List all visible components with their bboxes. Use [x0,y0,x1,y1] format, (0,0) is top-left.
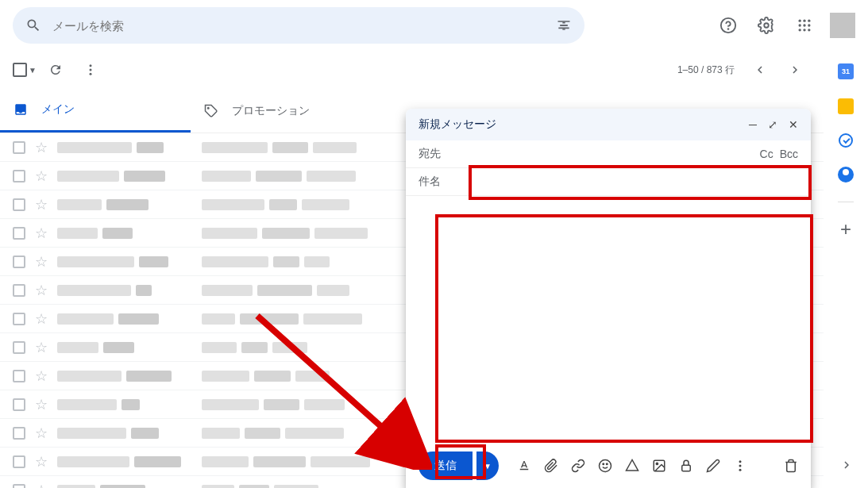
compose-subject-field[interactable]: 件名 [406,168,811,196]
svg-point-6 [799,24,801,26]
link-icon[interactable] [570,458,586,474]
bcc-button[interactable]: Bcc [780,148,798,160]
svg-point-20 [656,463,658,464]
row-checkbox[interactable] [13,370,25,382]
tab-main[interactable]: メイン [0,89,191,133]
send-options-icon[interactable]: ▼ [476,451,499,480]
compose-to-field[interactable]: 宛先 Cc Bcc [406,140,811,168]
pagination-text: 1–50 / 873 行 [677,63,735,77]
header-right [712,10,855,41]
next-page-icon[interactable] [779,54,811,86]
minimize-icon[interactable]: ─ [749,118,757,131]
star-icon[interactable]: ☆ [35,253,48,271]
star-icon[interactable]: ☆ [35,282,48,299]
row-checkbox[interactable] [13,427,25,440]
emoji-icon[interactable] [597,458,613,474]
avatar[interactable] [830,13,855,38]
sender [57,256,192,267]
sender [57,342,192,353]
row-checkbox[interactable] [13,141,25,154]
signature-icon[interactable] [705,458,721,474]
add-app-icon[interactable]: + [838,221,854,237]
svg-rect-21 [682,465,691,471]
compose-header[interactable]: 新規メッセージ ─ ⤢ ✕ [406,109,811,140]
row-checkbox[interactable] [13,198,25,211]
sender [57,171,192,182]
subject-input[interactable] [450,175,798,188]
drive-icon[interactable] [624,458,640,474]
sender [57,313,192,325]
sender [57,456,192,467]
star-icon[interactable]: ☆ [35,367,48,385]
send-button[interactable]: 送信 [419,451,473,480]
svg-point-23 [739,465,742,467]
sender [57,228,192,239]
svg-point-14 [89,73,91,75]
star-icon[interactable]: ☆ [35,167,48,185]
sender [57,142,192,153]
compose-body[interactable] [406,196,811,444]
svg-point-10 [803,29,805,31]
compose-window: 新規メッセージ ─ ⤢ ✕ 宛先 Cc Bcc 件名 送信 ▼ [406,109,811,488]
row-checkbox[interactable] [13,284,25,297]
star-icon[interactable]: ☆ [35,396,48,413]
star-icon[interactable]: ☆ [35,225,48,242]
cc-button[interactable]: Cc [760,148,773,160]
search-options-icon[interactable] [554,16,573,35]
row-checkbox[interactable] [13,398,25,411]
svg-point-3 [799,20,801,22]
to-input[interactable] [450,148,760,160]
tab-promotions[interactable]: プロモーション [191,89,381,133]
image-icon[interactable] [651,458,667,474]
svg-point-17 [603,463,604,465]
apps-icon[interactable] [789,10,820,41]
keep-icon[interactable] [838,98,854,114]
row-checkbox[interactable] [13,455,25,468]
tasks-icon[interactable] [839,133,853,148]
collapse-side-icon[interactable] [839,458,854,472]
svg-point-22 [739,460,742,463]
star-icon[interactable]: ☆ [35,310,48,328]
refresh-icon[interactable] [40,54,71,86]
more-icon[interactable] [75,54,106,86]
to-label: 宛先 [419,147,450,161]
discard-icon[interactable] [784,459,798,473]
sender [57,428,192,439]
row-checkbox[interactable] [13,170,25,183]
svg-point-1 [728,29,729,29]
search-box[interactable] [13,7,584,44]
close-icon[interactable]: ✕ [789,118,798,131]
tab-promotions-label: プロモーション [232,104,310,118]
star-icon[interactable]: ☆ [35,482,48,489]
svg-point-12 [89,64,91,67]
list-toolbar: ▼ 1–50 / 873 行 [0,51,824,89]
row-checkbox[interactable] [13,341,25,354]
star-icon[interactable]: ☆ [35,196,48,213]
help-icon[interactable] [712,10,744,41]
select-all[interactable]: ▼ [13,63,37,77]
sender [57,285,192,296]
sender [57,485,192,489]
settings-icon[interactable] [750,10,782,41]
row-checkbox[interactable] [13,484,25,489]
prev-page-icon[interactable] [744,54,776,86]
fullscreen-icon[interactable]: ⤢ [768,118,777,131]
star-icon[interactable]: ☆ [35,425,48,442]
sender [57,399,192,410]
star-icon[interactable]: ☆ [35,339,48,356]
row-checkbox[interactable] [13,256,25,268]
attach-icon[interactable] [543,458,559,474]
calendar-icon[interactable] [838,63,854,79]
star-icon[interactable]: ☆ [35,453,48,471]
row-checkbox[interactable] [13,313,25,325]
row-checkbox[interactable] [13,227,25,240]
contacts-icon[interactable] [838,167,854,183]
confidential-icon[interactable] [678,458,694,474]
star-icon[interactable]: ☆ [35,139,48,156]
more-options-icon[interactable] [732,458,748,474]
search-input[interactable] [52,19,545,33]
format-text-icon[interactable] [516,458,532,474]
inbox-icon [13,102,29,117]
svg-point-16 [600,460,611,472]
body-textarea[interactable] [419,206,798,434]
